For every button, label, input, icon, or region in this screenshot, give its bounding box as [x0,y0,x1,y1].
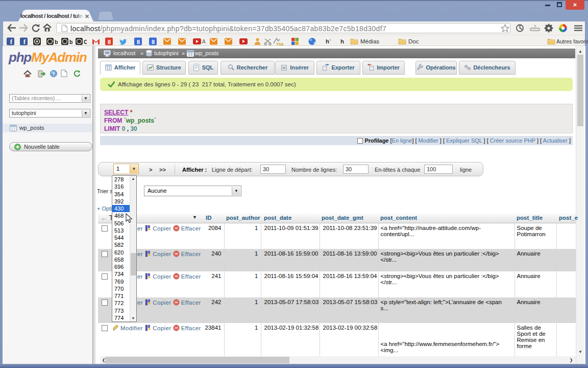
svg-text:f: f [23,38,26,45]
svg-text:8: 8 [152,39,155,45]
svg-text:C: C [84,39,87,45]
svg-text:8: 8 [137,39,140,45]
svg-text:f: f [10,38,13,45]
svg-text:a: a [313,40,316,45]
svg-text:?: ? [52,72,55,77]
svg-text:b: b [55,39,58,45]
svg-text:A: A [202,39,206,44]
svg-text:b: b [69,39,72,45]
svg-text:8: 8 [108,39,111,45]
